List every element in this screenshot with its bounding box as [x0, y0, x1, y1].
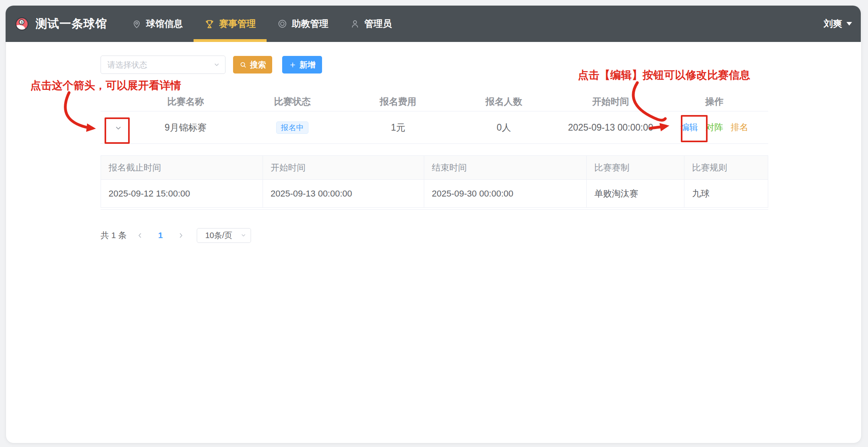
tab-venue-info[interactable]: 球馆信息 [121, 6, 194, 42]
row-actions: 编辑 对阵 排名 [660, 121, 768, 133]
person-icon [350, 19, 360, 29]
table-row: 9月锦标赛 报名中 1元 0人 2025-09-13 00:00:00 编辑 对… [101, 111, 768, 144]
tab-admin[interactable]: 管理员 [339, 6, 403, 42]
navbar: 3 测试一条球馆 球馆信息 [6, 6, 861, 42]
tab-label: 助教管理 [292, 18, 328, 30]
expanded-value-deadline: 2025-09-12 15:00:00 [101, 180, 263, 207]
chevron-down-icon [240, 232, 247, 238]
row-fee: 1元 [349, 121, 447, 134]
search-icon [239, 61, 247, 69]
tab-label: 赛事管理 [219, 18, 256, 30]
ranking-link[interactable]: 排名 [731, 121, 748, 133]
tab-event-management[interactable]: 赛事管理 [194, 6, 267, 42]
row-name: 9月锦标赛 [136, 121, 235, 134]
tab-label: 球馆信息 [146, 18, 183, 30]
chevron-down-icon [213, 61, 220, 68]
table-header-fee: 报名费用 [349, 95, 447, 108]
row-status: 报名中 [235, 121, 349, 134]
user-name: 刘爽 [824, 18, 842, 30]
search-button[interactable]: 搜索 [233, 56, 272, 74]
status-select-placeholder: 请选择状态 [107, 60, 147, 70]
pagination: 共 1 条 1 10条/页 [101, 228, 251, 243]
search-button-label: 搜索 [250, 60, 266, 70]
table-header-status: 比赛状态 [235, 95, 349, 108]
location-pin-icon [132, 19, 142, 29]
caret-down-icon [846, 22, 852, 26]
page: 3 测试一条球馆 球馆信息 [0, 0, 868, 447]
table-header-people: 报名人数 [447, 95, 561, 108]
brand: 3 测试一条球馆 [15, 6, 107, 42]
nav-tabs: 球馆信息 赛事管理 [121, 6, 403, 42]
tab-coach-management[interactable]: 助教管理 [267, 6, 339, 42]
annotation-box-expand [105, 117, 130, 144]
double-circle-icon [277, 19, 287, 29]
page-size-value: 10条/页 [205, 230, 232, 241]
tab-label: 管理员 [364, 18, 392, 30]
row-start-time: 2025-09-13 00:00:00 [561, 122, 660, 133]
expanded-header-rules: 比赛规则 [684, 156, 768, 179]
table-header-action: 操作 [660, 95, 768, 108]
chevron-right-icon[interactable] [177, 232, 185, 239]
page-size-select[interactable]: 10条/页 [197, 228, 251, 243]
table-header-row: 比赛名称 比赛状态 报名费用 报名人数 开始时间 操作 [101, 92, 768, 111]
expanded-row-divider [101, 209, 768, 210]
plus-icon [289, 61, 297, 69]
expanded-header-format: 比赛赛制 [587, 156, 684, 179]
trophy-icon [204, 19, 215, 29]
status-select[interactable]: 请选择状态 [101, 56, 225, 74]
filter-row: 请选择状态 搜索 新增 [101, 56, 322, 74]
status-badge: 报名中 [276, 121, 308, 134]
table-header-name: 比赛名称 [136, 95, 235, 108]
expanded-detail-table: 报名截止时间 开始时间 结束时间 比赛赛制 比赛规则 2025-09-12 15… [101, 155, 768, 208]
expanded-value-format: 单败淘汰赛 [587, 180, 684, 207]
pagination-total: 共 1 条 [101, 230, 127, 241]
add-button-label: 新增 [300, 60, 316, 70]
venue-title: 测试一条球馆 [36, 16, 107, 32]
chevron-left-icon[interactable] [136, 232, 144, 239]
row-people: 0人 [447, 121, 561, 134]
expanded-header-deadline: 报名截止时间 [101, 156, 263, 179]
expanded-header-start: 开始时间 [263, 156, 424, 179]
annotation-box-edit [681, 115, 708, 142]
expanded-value-row: 2025-09-12 15:00:00 2025-09-13 00:00:00 … [101, 180, 768, 207]
expanded-header-row: 报名截止时间 开始时间 结束时间 比赛赛制 比赛规则 [101, 156, 768, 180]
table-header-start: 开始时间 [561, 95, 660, 108]
expanded-value-end: 2025-09-30 00:00:00 [424, 180, 587, 207]
svg-text:3: 3 [21, 20, 23, 24]
expanded-value-rules: 九球 [684, 180, 768, 207]
annotation-expand-note: 点击这个箭头，可以展开看详情 [30, 78, 181, 93]
annotation-edit-note: 点击【编辑】按钮可以修改比赛信息 [578, 68, 750, 82]
user-menu[interactable]: 刘爽 [824, 6, 852, 42]
add-button[interactable]: 新增 [282, 56, 322, 74]
billiard-ball-logo-icon: 3 [15, 17, 29, 31]
pagination-page-1[interactable]: 1 [158, 230, 163, 240]
expanded-value-start: 2025-09-13 00:00:00 [263, 180, 424, 207]
expanded-header-end: 结束时间 [424, 156, 587, 179]
bracket-link[interactable]: 对阵 [706, 121, 723, 133]
